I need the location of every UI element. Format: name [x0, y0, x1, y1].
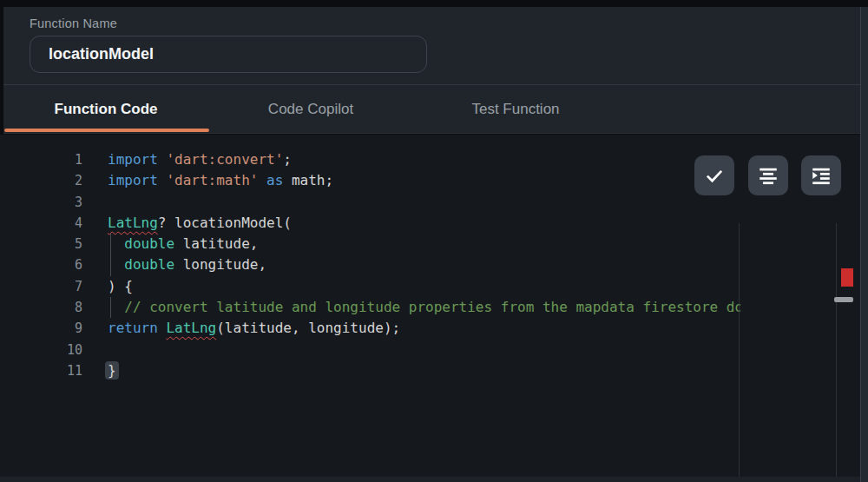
code-line-content	[82, 341, 108, 358]
code-line: 7) {	[0, 276, 740, 297]
code-token: }	[105, 361, 119, 380]
code-token: LatLng	[108, 215, 158, 231]
error-overview-marker	[841, 268, 853, 287]
code-line-content: import 'dart:convert';	[82, 151, 292, 168]
code-token: // convert latitude and longitude proper…	[124, 299, 740, 315]
function-editor-window: Function Name Function Code Code Copilot…	[0, 0, 868, 482]
line-number: 4	[0, 213, 82, 234]
line-number: 10	[0, 340, 82, 360]
indent-guide-line	[110, 234, 111, 254]
code-token: ;	[283, 151, 292, 168]
confirm-button[interactable]	[694, 155, 734, 195]
tab-bar: Function Code Code Copilot Test Function	[3, 84, 860, 134]
code-line: 1import 'dart:convert';	[0, 149, 740, 170]
check-icon	[703, 164, 726, 187]
code-line: 6 double longitude,	[0, 254, 740, 275]
tab-label: Test Function	[471, 101, 559, 118]
function-name-label: Function Name	[30, 17, 117, 30]
code-line: 11}	[0, 360, 740, 381]
format-align-center-icon	[757, 164, 779, 187]
editor-bottom-strip	[0, 477, 860, 482]
active-tab-underline	[4, 129, 209, 132]
code-editor[interactable]: 1import 'dart:convert';2import 'dart:mat…	[0, 135, 860, 482]
code-line-content: double latitude,	[82, 235, 258, 252]
function-name-input[interactable]	[30, 36, 427, 73]
viewport-divider-line	[739, 223, 740, 477]
code-token	[258, 172, 266, 188]
code-token: return	[108, 320, 158, 336]
code-token: import	[108, 172, 158, 188]
right-panel-edge	[860, 7, 868, 482]
line-number: 1	[0, 149, 82, 170]
code-token: ? locationModel(	[158, 215, 292, 231]
line-number: 8	[0, 297, 82, 318]
code-token: double	[124, 235, 174, 252]
tab-code-copilot[interactable]: Code Copilot	[208, 85, 413, 133]
line-number: 5	[0, 234, 82, 254]
code-line: 2import 'dart:math' as math;	[0, 170, 740, 191]
code-token: 'dart:math'	[166, 172, 258, 188]
tab-label: Code Copilot	[268, 101, 353, 118]
code-token: (latitude, longitude);	[216, 320, 400, 336]
code-line: 10	[0, 340, 740, 360]
line-number: 2	[0, 170, 82, 191]
line-number: 9	[0, 318, 82, 339]
code-line-content: }	[82, 362, 119, 379]
format-code-button[interactable]	[748, 155, 788, 195]
code-token: latitude,	[174, 235, 258, 252]
code-token: double	[124, 256, 174, 273]
indent-button[interactable]	[801, 155, 841, 195]
code-token	[158, 320, 167, 336]
code-token: math;	[283, 172, 333, 188]
code-token: LatLng	[166, 320, 216, 336]
code-token: ) {	[108, 278, 133, 294]
code-lines: 1import 'dart:convert';2import 'dart:mat…	[0, 135, 740, 482]
code-token	[158, 172, 167, 188]
scrollbar-track-line	[836, 223, 837, 477]
scrollbar-thumb[interactable]	[834, 297, 853, 302]
tab-test-function[interactable]: Test Function	[413, 85, 618, 133]
code-line-content: // convert latitude and longitude proper…	[82, 299, 740, 315]
tab-function-code[interactable]: Function Code	[3, 85, 208, 133]
line-number: 3	[0, 192, 82, 213]
code-line-content: LatLng? locationModel(	[82, 215, 292, 231]
code-line: 8 // convert latitude and longitude prop…	[0, 297, 740, 318]
code-line: 3	[0, 192, 740, 213]
tab-label: Function Code	[55, 101, 158, 118]
indent-guide-line	[110, 297, 111, 318]
header-panel: Function Name	[3, 7, 860, 84]
indent-increase-icon	[810, 164, 832, 187]
code-line-content: return LatLng(latitude, longitude);	[82, 320, 400, 336]
code-token: import	[108, 151, 158, 168]
code-token: longitude,	[174, 256, 266, 273]
code-line: 9return LatLng(latitude, longitude);	[0, 318, 740, 339]
indent-guide-line	[110, 254, 111, 275]
line-number: 7	[0, 276, 82, 297]
code-line-content: import 'dart:math' as math;	[82, 172, 333, 188]
code-token: as	[266, 172, 283, 188]
code-token: 'dart:convert'	[166, 151, 283, 168]
line-number: 6	[0, 254, 82, 275]
code-line-content	[82, 194, 108, 210]
code-line: 4LatLng? locationModel(	[0, 213, 740, 234]
code-token	[158, 151, 167, 168]
code-line: 5 double latitude,	[0, 234, 740, 254]
code-line-content: ) {	[82, 278, 133, 294]
line-number: 11	[0, 360, 82, 381]
